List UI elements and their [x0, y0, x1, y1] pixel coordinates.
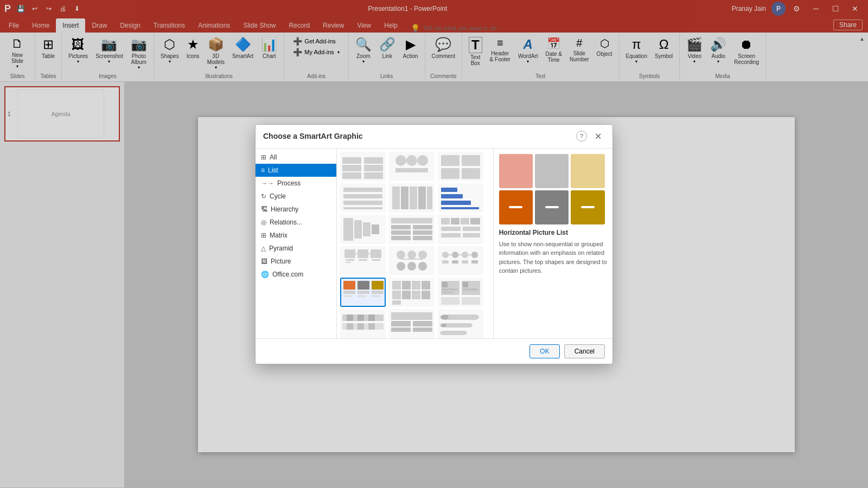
- smartart-item-5[interactable]: [389, 183, 435, 213]
- svg-rect-95: [442, 282, 448, 287]
- svg-point-64: [418, 262, 427, 271]
- svg-rect-12: [441, 155, 459, 166]
- svg-rect-102: [462, 297, 480, 305]
- svg-rect-76: [343, 281, 355, 290]
- svg-rect-79: [358, 281, 369, 290]
- smartart-item-7[interactable]: [340, 215, 386, 244]
- cat-cycle-icon: ↻: [261, 192, 266, 200]
- svg-rect-117: [441, 315, 449, 319]
- svg-rect-113: [391, 328, 411, 332]
- smartart-item-6[interactable]: [438, 183, 483, 213]
- cat-hierarchy[interactable]: 🏗 Hierarchy: [256, 203, 336, 216]
- svg-rect-4: [364, 165, 383, 171]
- svg-rect-50: [346, 262, 351, 263]
- svg-rect-0: [342, 157, 361, 164]
- preview-desc: Use to show non-sequential or grouped in…: [499, 240, 607, 275]
- cat-pyramid[interactable]: △ Pyramid: [256, 242, 336, 255]
- svg-rect-29: [343, 218, 353, 241]
- preview-box-1: [499, 154, 533, 188]
- svg-rect-88: [402, 281, 411, 290]
- cat-pyramid-icon: △: [261, 245, 266, 252]
- smartart-item-17[interactable]: [389, 309, 435, 338]
- smartart-item-10[interactable]: [340, 246, 386, 275]
- cat-relations[interactable]: ◎ Relations...: [256, 216, 336, 229]
- preview-title: Horizontal Picture List: [499, 229, 607, 236]
- svg-rect-96: [442, 288, 457, 291]
- smartart-item-2[interactable]: [389, 152, 435, 181]
- dialog-body: ⊞ All ≡ List →→ Process ↻ Cycle 🏗 Hie: [256, 149, 612, 338]
- dialog-categories: ⊞ All ≡ List →→ Process ↻ Cycle 🏗 Hie: [256, 149, 337, 338]
- svg-rect-13: [462, 155, 480, 166]
- smartart-item-4[interactable]: [340, 183, 386, 213]
- svg-rect-27: [441, 201, 471, 205]
- smartart-item-13[interactable]: [340, 278, 386, 307]
- svg-rect-1: [342, 165, 361, 171]
- cat-cycle[interactable]: ↻ Cycle: [256, 190, 336, 203]
- cancel-btn[interactable]: Cancel: [564, 344, 605, 358]
- dialog-close-btn[interactable]: ✕: [591, 130, 605, 143]
- svg-rect-81: [358, 295, 366, 297]
- cat-process[interactable]: →→ Process: [256, 177, 336, 190]
- svg-rect-80: [358, 291, 369, 294]
- svg-rect-106: [368, 314, 375, 321]
- svg-rect-25: [441, 188, 457, 192]
- svg-rect-101: [441, 297, 459, 305]
- svg-rect-110: [368, 323, 375, 330]
- smartart-item-9[interactable]: [438, 215, 483, 244]
- svg-rect-3: [364, 157, 383, 164]
- smartart-dialog: Choose a SmartArt Graphic ? ✕ ⊞ All ≡ Li…: [255, 124, 613, 364]
- svg-rect-114: [413, 321, 432, 326]
- dialog-grid: [337, 149, 494, 338]
- smartart-item-14[interactable]: [389, 278, 435, 307]
- svg-rect-18: [343, 201, 382, 205]
- svg-rect-115: [413, 328, 432, 332]
- svg-rect-84: [372, 295, 380, 297]
- svg-rect-14: [441, 168, 459, 179]
- smartart-item-3[interactable]: [438, 152, 483, 181]
- svg-rect-72: [442, 260, 449, 264]
- cat-officecom-icon: 🌐: [261, 271, 269, 278]
- svg-point-63: [407, 262, 416, 271]
- ok-btn[interactable]: OK: [529, 344, 559, 358]
- svg-rect-112: [391, 321, 411, 326]
- svg-rect-15: [462, 168, 480, 179]
- svg-rect-82: [372, 281, 384, 290]
- svg-rect-77: [343, 291, 355, 294]
- svg-rect-99: [463, 282, 468, 287]
- smartart-item-8[interactable]: [389, 215, 435, 244]
- cat-officecom[interactable]: 🌐 Office.com: [256, 268, 336, 281]
- svg-rect-20: [392, 187, 400, 209]
- svg-point-6: [395, 155, 406, 166]
- smartart-item-15[interactable]: [438, 278, 483, 307]
- svg-rect-100: [463, 288, 478, 291]
- svg-rect-46: [441, 233, 461, 237]
- smartart-item-18[interactable]: [438, 309, 483, 338]
- svg-rect-48: [344, 249, 355, 258]
- svg-rect-17: [343, 194, 382, 198]
- cat-hierarchy-icon: 🏗: [261, 206, 267, 213]
- cat-all[interactable]: ⊞ All: [256, 151, 336, 164]
- svg-rect-16: [343, 188, 382, 192]
- preview-box-2: [535, 154, 569, 188]
- svg-rect-119: [441, 324, 446, 327]
- smartart-item-12[interactable]: [438, 246, 483, 275]
- smartart-item-16[interactable]: [340, 309, 386, 338]
- dialog-title: Choose a SmartArt Graphic: [263, 132, 363, 140]
- svg-rect-47: [463, 233, 480, 237]
- svg-rect-85: [392, 281, 401, 290]
- svg-rect-40: [441, 218, 450, 224]
- smartart-item-11[interactable]: [389, 246, 435, 275]
- svg-point-71: [471, 252, 478, 258]
- dialog-help-btn[interactable]: ?: [576, 131, 587, 142]
- svg-rect-52: [359, 259, 367, 261]
- cat-picture[interactable]: 🖼 Picture: [256, 255, 336, 268]
- svg-point-62: [397, 262, 405, 271]
- svg-rect-39: [413, 236, 432, 240]
- svg-rect-28: [441, 207, 479, 209]
- svg-rect-51: [358, 249, 368, 258]
- dialog-header-right: ? ✕: [576, 130, 605, 143]
- cat-list[interactable]: ≡ List: [256, 164, 336, 177]
- smartart-item-1[interactable]: [340, 152, 386, 181]
- cat-matrix[interactable]: ⊞ Matrix: [256, 229, 336, 242]
- svg-rect-35: [391, 230, 411, 235]
